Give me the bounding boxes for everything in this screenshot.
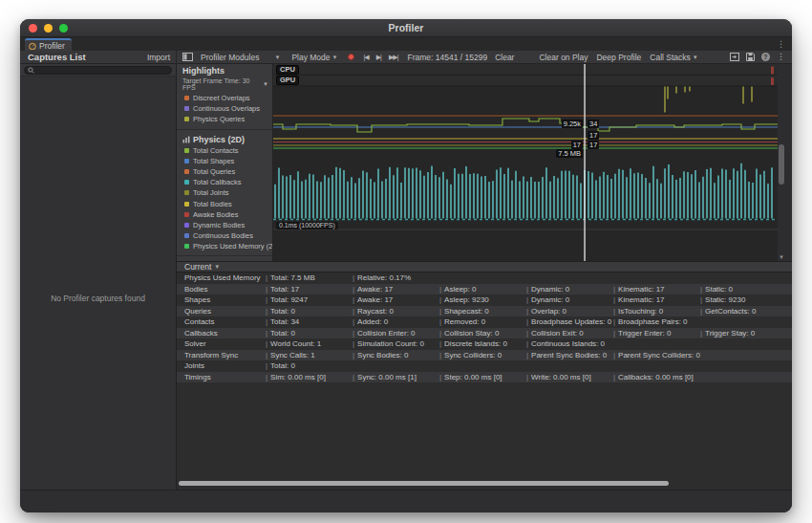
physics2d-legend: Total ContactsTotal ShapesTotal QueriesT…	[177, 145, 272, 252]
details-value: |Total: 0	[266, 361, 353, 370]
play-mode-dropdown[interactable]: Play Mode▼	[291, 53, 337, 62]
load-profile-icon[interactable]	[730, 53, 739, 61]
legend-item-dynamic-bodies[interactable]: Dynamic Bodies	[177, 220, 272, 230]
tab-context-menu-icon[interactable]: ⋮	[777, 40, 785, 49]
highlights-legend: Discreet OverlapsContinuous OverlapsPhys…	[177, 93, 272, 125]
legend-item-physics-used-memory-2d-[interactable]: Physics Used Memory (2D)	[177, 241, 272, 251]
legend-color-chip	[184, 169, 189, 174]
details-value: |Collision Enter: 0	[353, 329, 439, 338]
module-physics2d-header[interactable]: Physics (2D)	[177, 133, 272, 145]
chevron-down-icon: ▼	[693, 54, 698, 60]
import-button[interactable]: Import	[147, 53, 170, 62]
details-value: |Total: 17	[266, 285, 353, 294]
details-value: |Sync Colliders: 0	[439, 351, 526, 360]
details-value: |GetContacts: 0	[700, 307, 787, 316]
legend-item-total-bodies[interactable]: Total Bodies	[177, 199, 272, 209]
modules-legend-column: Highlights Target Frame Time: 30 FPS▼ Di…	[177, 64, 273, 261]
legend-color-chip	[184, 202, 189, 207]
legend-item-physics-queries[interactable]: Physics Queries	[177, 114, 272, 124]
captures-search-input[interactable]	[36, 66, 168, 74]
legend-item-total-callbacks[interactable]: Total Callbacks	[177, 177, 272, 187]
scroll-down-arrow-icon[interactable]: ▼	[778, 254, 785, 260]
legend-color-chip	[184, 212, 189, 217]
details-table: Physics Used Memory|Total: 7.5 MB|Relati…	[177, 272, 792, 382]
legend-item-total-contacts[interactable]: Total Contacts	[177, 145, 272, 156]
search-icon	[28, 67, 34, 74]
clear-button[interactable]: Clear	[495, 53, 514, 62]
details-value: |Awake: 17	[353, 295, 439, 304]
legend-item-continuous-overlaps[interactable]: Continuous Overlaps	[177, 103, 272, 114]
help-icon[interactable]: ?	[761, 53, 770, 61]
details-row-contacts: Contacts|Total: 34|Added: 0|Removed: 0|B…	[177, 316, 792, 328]
legend-item-total-shapes[interactable]: Total Shapes	[177, 156, 272, 166]
chevron-down-icon: ▼	[332, 54, 338, 60]
tab-strip: Profiler ⋮	[20, 37, 792, 51]
legend-color-chip	[184, 244, 189, 249]
details-value: |Raycast: 0	[353, 307, 439, 316]
details-row-joints: Joints|Total: 0	[177, 360, 792, 372]
scrollbar-thumb[interactable]	[779, 144, 784, 185]
details-value: |Step: 0.00 ms [0]	[439, 373, 526, 381]
details-value: |Simulation Count: 0	[353, 339, 439, 348]
record-button[interactable]	[348, 54, 354, 60]
module-highlights-header[interactable]: Highlights	[177, 64, 272, 76]
context-menu-icon[interactable]: ⋮	[777, 53, 785, 61]
save-profile-icon[interactable]	[746, 53, 755, 61]
charts-vertical-scrollbar[interactable]: ▼	[778, 64, 785, 261]
deep-profile-toggle[interactable]: Deep Profile	[596, 53, 641, 62]
details-value: |Parent Sync Colliders: 0	[613, 351, 700, 360]
tab-profiler[interactable]: Profiler	[25, 38, 72, 51]
details-pane: Physics Used Memory|Total: 7.5 MB|Relati…	[177, 272, 792, 490]
chart-canvas	[273, 64, 778, 261]
profiler-modules-dropdown[interactable]: Profiler Modules▼	[201, 53, 280, 62]
details-view-dropdown[interactable]: Current▼	[177, 261, 792, 272]
cpu-row-badge: CPU	[276, 65, 299, 75]
profiler-gauge-icon	[29, 42, 36, 50]
record-icon	[348, 54, 354, 60]
details-row-label: Physics Used Memory	[177, 273, 266, 282]
details-row-physics-used-memory: Physics Used Memory|Total: 7.5 MB|Relati…	[177, 272, 792, 284]
legend-item-continuous-bodies[interactable]: Continuous Bodies	[177, 230, 272, 241]
target-frame-time-dropdown[interactable]: Target Frame Time: 30 FPS▼	[177, 76, 272, 93]
legend-item-awake-bodies[interactable]: Awake Bodies	[177, 209, 272, 220]
call-stacks-dropdown[interactable]: Call Stacks▼	[650, 53, 697, 62]
legend-label: Dynamic Bodies	[193, 221, 245, 229]
prev-frame-button[interactable]: |◀	[364, 54, 369, 61]
profiler-chart[interactable]: CPUGPU0.1ms (10000FPS)9.25k341717177.5 M…	[273, 64, 778, 261]
legend-item-discreet-overlaps[interactable]: Discreet Overlaps	[177, 93, 272, 103]
details-value: |Relative: 0.17%	[353, 273, 439, 282]
legend-item-total-queries[interactable]: Total Queries	[177, 166, 272, 177]
details-value: |Asleep: 9230	[439, 295, 526, 304]
details-value: |IsTouching: 0	[613, 307, 700, 316]
legend-label: Discreet Overlaps	[193, 94, 250, 102]
last-frame-button[interactable]: ▶▶|	[389, 54, 398, 61]
details-value: |Overlap: 0	[526, 307, 613, 316]
chevron-down-icon: ▼	[214, 264, 220, 270]
next-frame-button[interactable]: ▶|	[376, 54, 381, 61]
details-value: |Sync: 0.00 ms [1]	[353, 373, 439, 381]
clear-on-play-toggle[interactable]: Clear on Play	[539, 53, 588, 62]
legend-label: Physics Used Memory (2D)	[193, 242, 273, 251]
details-row-shapes: Shapes|Total: 9247|Awake: 17|Asleep: 923…	[177, 294, 792, 306]
modules-panel-icon[interactable]	[182, 53, 193, 61]
legend-label: Total Queries	[193, 167, 235, 176]
details-horizontal-scrollbar[interactable]	[179, 481, 669, 486]
profiler-window: Profiler Profiler ⋮ Captures List Import…	[20, 19, 792, 512]
gpu-row-badge: GPU	[276, 76, 299, 85]
playhead-value-left: 17	[571, 141, 583, 149]
legend-item-total-joints[interactable]: Total Joints	[177, 187, 272, 198]
playhead-value-left: 7.5 MB	[556, 149, 583, 158]
details-value: |Sync Bodies: 0	[353, 351, 439, 360]
details-row-label: Callbacks	[177, 329, 266, 338]
captures-toolbar: Captures List Import	[20, 51, 177, 63]
legend-label: Total Callbacks	[193, 178, 241, 186]
details-value: |Total: 9247	[266, 295, 353, 304]
captures-empty-message: No Profiler captures found	[20, 294, 176, 303]
playhead-value-right: 17	[588, 141, 599, 149]
profiler-content: Highlights Target Frame Time: 30 FPS▼ Di…	[177, 64, 792, 490]
frame-counter: Frame: 14541 / 15299	[408, 53, 488, 62]
details-value: |Trigger Enter: 0	[613, 329, 700, 338]
details-value: |Collision Stay: 0	[439, 329, 526, 338]
legend-color-chip	[184, 180, 189, 185]
legend-label: Total Joints	[193, 188, 229, 197]
